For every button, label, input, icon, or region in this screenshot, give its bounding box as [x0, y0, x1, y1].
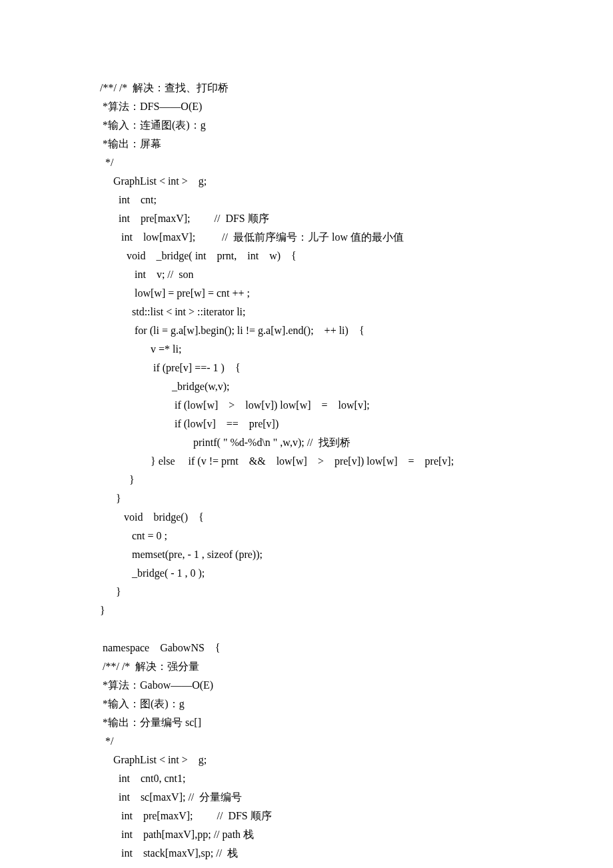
- code-document-page: /**/ /* 解决：查找、打印桥 *算法：DFS——O(E) *输入：连通图(…: [0, 0, 613, 868]
- code-block: /**/ /* 解决：查找、打印桥 *算法：DFS——O(E) *输入：连通图(…: [100, 79, 513, 868]
